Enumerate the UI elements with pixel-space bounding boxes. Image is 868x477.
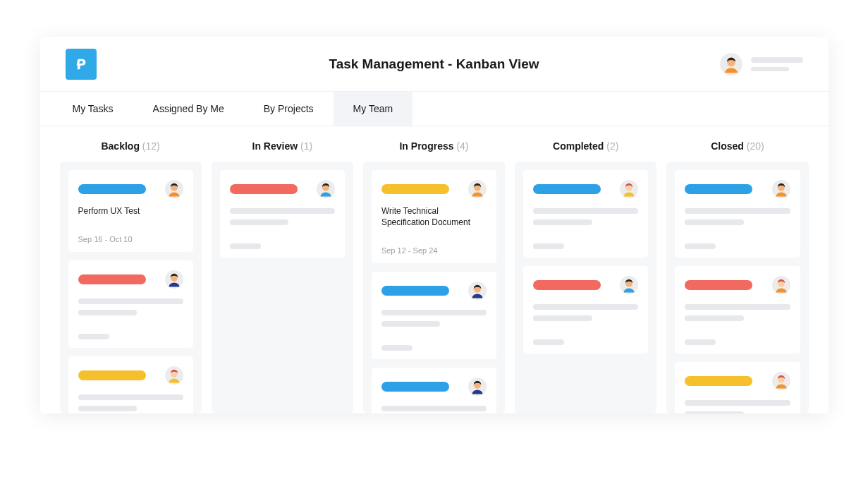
task-card[interactable] — [68, 260, 193, 348]
placeholder-line — [685, 400, 790, 406]
assignee-avatar[interactable] — [468, 180, 487, 198]
task-card[interactable] — [68, 356, 193, 413]
column-in-review: In Review (1) — [212, 138, 353, 413]
column-title: Backlog — [101, 140, 139, 152]
assignee-avatar[interactable] — [317, 180, 335, 198]
placeholder-line — [78, 406, 137, 411]
status-pill — [685, 280, 752, 290]
column-title: Completed — [553, 140, 604, 152]
card-header — [78, 270, 183, 289]
column-closed: Closed (20) — [666, 138, 808, 413]
assignee-avatar[interactable] — [620, 180, 638, 198]
assignee-avatar[interactable] — [165, 366, 183, 385]
assignee-avatar[interactable] — [165, 270, 183, 289]
status-pill — [533, 184, 601, 194]
card-header — [685, 180, 790, 198]
column-title: In Progress — [399, 140, 453, 152]
status-pill — [78, 370, 146, 380]
placeholder-line — [533, 315, 592, 321]
task-card[interactable] — [675, 266, 800, 354]
status-pill — [381, 286, 449, 296]
page-title: Task Management - Kanban View — [40, 56, 829, 72]
column-title: In Review — [252, 140, 298, 152]
profile-meta-placeholder — [751, 57, 803, 71]
task-card[interactable] — [372, 272, 496, 359]
placeholder-line — [381, 310, 487, 315]
status-pill — [533, 280, 601, 290]
assignee-avatar[interactable] — [165, 180, 183, 198]
column-header: In Review (1) — [212, 138, 353, 162]
tab-assigned-by-me[interactable]: Assigned By Me — [133, 92, 244, 126]
placeholder-line — [230, 208, 335, 214]
task-card[interactable]: Write Technical Specification DocumentSe… — [372, 170, 496, 263]
assignee-avatar[interactable] — [468, 378, 487, 396]
column-completed: Completed (2) — [515, 138, 656, 413]
column-count: (1) — [300, 140, 312, 152]
assignee-avatar[interactable] — [620, 276, 638, 294]
placeholder-line — [78, 310, 137, 315]
card-header — [381, 378, 487, 396]
status-pill — [685, 184, 752, 194]
placeholder-line — [533, 304, 638, 310]
column-body — [666, 162, 808, 413]
placeholder-line — [685, 208, 790, 214]
column-count: (20) — [747, 140, 764, 152]
placeholder-line — [230, 219, 289, 225]
task-card[interactable] — [523, 170, 648, 258]
placeholder-line — [78, 394, 183, 400]
card-title: Write Technical Specification Document — [381, 205, 487, 228]
tab-by-projects[interactable]: By Projects — [244, 92, 334, 126]
task-card[interactable] — [523, 266, 648, 354]
view-tabs: My TasksAssigned By MeBy ProjectsMy Team — [40, 92, 829, 126]
placeholder-footer — [685, 243, 716, 249]
column-header: Backlog (12) — [60, 138, 202, 162]
app-window: Task Management - Kanban View My TasksAs… — [40, 37, 829, 413]
current-user-avatar[interactable] — [720, 53, 742, 76]
profile-area[interactable] — [720, 53, 803, 76]
assignee-avatar[interactable] — [772, 180, 790, 198]
placeholder-line — [685, 411, 744, 413]
card-header — [78, 366, 183, 385]
column-header: Closed (20) — [666, 138, 808, 162]
column-title: Closed — [711, 140, 744, 152]
assignee-avatar[interactable] — [772, 276, 790, 294]
status-pill — [78, 274, 146, 284]
card-header — [78, 180, 183, 198]
card-header — [685, 372, 790, 390]
placeholder-footer — [685, 339, 716, 345]
app-header: Task Management - Kanban View — [40, 37, 829, 92]
assignee-avatar[interactable] — [772, 372, 790, 390]
task-card[interactable]: Perform UX TestSep 16 - Oct 10 — [68, 170, 193, 252]
placeholder-line — [685, 304, 790, 310]
column-body: Write Technical Specification DocumentSe… — [363, 162, 505, 413]
assignee-avatar[interactable] — [468, 282, 487, 300]
column-body — [212, 162, 353, 413]
tab-my-team[interactable]: My Team — [334, 92, 413, 126]
tab-my-tasks[interactable]: My Tasks — [53, 92, 133, 126]
placeholder-line — [78, 298, 183, 304]
column-count: (12) — [142, 140, 160, 152]
card-header — [533, 180, 638, 198]
placeholder-line — [533, 219, 592, 225]
column-header: In Progress (4) — [363, 138, 505, 162]
column-backlog: Backlog (12) Perform UX TestSep 16 - Oct… — [60, 138, 202, 413]
placeholder-line — [685, 219, 744, 225]
status-pill — [381, 382, 449, 392]
column-body: Perform UX TestSep 16 - Oct 10 — [60, 162, 202, 413]
task-card[interactable] — [372, 368, 496, 413]
column-in-progress: In Progress (4) Write Technical Specific… — [363, 138, 505, 413]
kanban-board: Backlog (12) Perform UX TestSep 16 - Oct… — [40, 126, 829, 413]
task-card[interactable] — [220, 170, 345, 258]
status-pill — [685, 376, 752, 386]
placeholder-footer — [230, 243, 261, 249]
logo-icon — [73, 56, 89, 72]
card-header — [381, 180, 487, 198]
task-card[interactable] — [675, 170, 800, 258]
status-pill — [230, 184, 298, 194]
placeholder-footer — [533, 243, 564, 249]
app-logo[interactable] — [66, 49, 97, 80]
task-card[interactable] — [675, 362, 800, 413]
placeholder-line — [381, 321, 441, 327]
placeholder-footer — [381, 345, 412, 351]
card-header — [230, 180, 335, 198]
